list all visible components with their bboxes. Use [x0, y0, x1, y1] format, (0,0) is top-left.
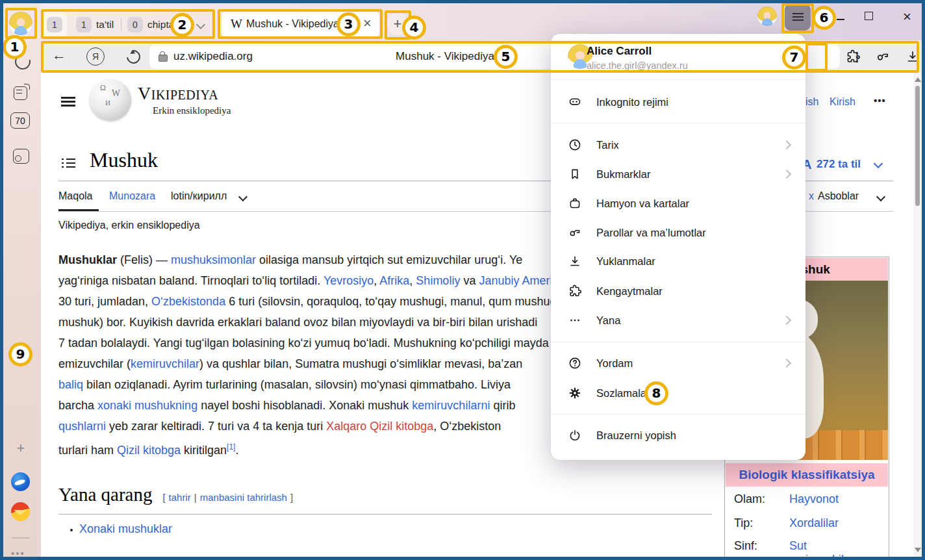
- callout-4: 4: [402, 16, 426, 40]
- menu-item-extensions[interactable]: Kengaytmalar: [551, 277, 805, 305]
- callout-9: 9: [8, 342, 32, 366]
- scroll-up-icon[interactable]: [915, 77, 921, 82]
- sidebar-add-icon[interactable]: [11, 437, 31, 459]
- gear-icon: [568, 386, 582, 400]
- chevron-right-icon: [782, 316, 791, 325]
- highlight-box-avatar: [5, 8, 37, 39]
- highlight-box-menu-button: [781, 3, 814, 33]
- wikipedia-globe-logo[interactable]: ΩWИ: [90, 79, 131, 121]
- power-icon: [568, 428, 582, 442]
- variant-chevron-down-icon[interactable]: [238, 192, 247, 201]
- wallet-icon: [568, 196, 582, 210]
- tab-tools[interactable]: Asboblar: [818, 190, 859, 202]
- menu-item-incognito[interactable]: Inkognito rejimi: [551, 88, 805, 116]
- yandex-mail-icon[interactable]: [11, 502, 30, 521]
- scroll-down-icon[interactable]: [915, 548, 921, 552]
- tools-partial[interactable]: x: [809, 190, 814, 202]
- edit-bracket: [: [162, 492, 165, 503]
- row-value-link[interactable]: Hayvonot: [789, 492, 839, 506]
- tab-variant[interactable]: lotin/кирилл: [171, 190, 227, 202]
- menu-item-help[interactable]: Yordam: [551, 349, 805, 377]
- chevron-right-icon: [782, 359, 791, 368]
- row-label: Olam:: [734, 492, 765, 505]
- wiki-menu-icon[interactable]: [61, 97, 75, 107]
- screenshot-icon[interactable]: [13, 149, 29, 164]
- infobox-row: Tip: Xordalilar: [734, 516, 753, 530]
- minimize-button[interactable]: [837, 19, 844, 20]
- language-count-link[interactable]: 272 ta til: [817, 158, 861, 171]
- infobox-section-header: Biologik klassifikatsiya: [726, 463, 888, 487]
- wiki-link[interactable]: Afrika: [379, 274, 409, 287]
- row-value-link[interactable]: Xordalilar: [789, 516, 839, 530]
- maximize-button[interactable]: [865, 12, 873, 20]
- see-also-item-link[interactable]: Xonaki mushuklar: [79, 522, 172, 536]
- wiki-logo-tagline: Erkin ensiklopediya: [153, 105, 231, 116]
- wiki-more-icon[interactable]: •••: [874, 95, 886, 106]
- edit-separator: |: [194, 492, 197, 503]
- edit-source-link[interactable]: manbasini tahrirlash: [200, 492, 287, 503]
- menu-item-wallet[interactable]: Hamyon va kartalar: [551, 189, 805, 218]
- callout-7: 7: [782, 45, 806, 70]
- highlight-box-kebab: [805, 43, 828, 71]
- chevron-right-icon: [782, 170, 791, 179]
- wiki-link[interactable]: xonaki mushukning: [97, 399, 197, 412]
- mask-icon: [568, 95, 582, 109]
- browser-window: 70 ••• 1 1 ta'til 0 chipta W Mushuk - Vi…: [3, 3, 922, 557]
- sidebar-more-icon[interactable]: •••: [11, 548, 25, 557]
- toolbar-avatar[interactable]: [757, 6, 777, 26]
- list-bullet: [70, 529, 73, 531]
- sidebar-divider: [12, 537, 30, 539]
- yandex-disk-icon[interactable]: [11, 472, 30, 491]
- tab-article[interactable]: Maqola: [58, 190, 92, 202]
- scrollbar[interactable]: [913, 73, 922, 557]
- download-icon: [568, 254, 582, 268]
- edit-link[interactable]: tahrir: [169, 492, 191, 503]
- see-also-heading-row: Yana qarang [ tahrir | manbasini tahrirl…: [58, 484, 293, 505]
- scrollbar-thumb[interactable]: [915, 86, 920, 206]
- edit-bracket-close: ]: [290, 492, 293, 503]
- key-icon: [568, 225, 582, 240]
- active-tab-underline: [58, 209, 99, 211]
- wiki-signup-link-partial[interactable]: ish: [805, 96, 818, 108]
- callout-8: 8: [644, 381, 668, 405]
- article-subtitle: Vikipediya, erkin ensiklopediya: [58, 220, 200, 231]
- row-value-link[interactable]: Sut emizuvchilar: [789, 539, 854, 557]
- clock-icon: [568, 138, 582, 152]
- language-chevron-down-icon[interactable]: [874, 159, 883, 168]
- menu-item-more[interactable]: Yana: [551, 306, 805, 335]
- menu-item-downloads[interactable]: Yuklanmalar: [551, 247, 805, 275]
- infobox-row: Sinf: Sut emizuvchilar: [734, 539, 757, 553]
- help-icon: [568, 356, 582, 370]
- menu-item-close-browser[interactable]: Brauzerni yopish: [551, 421, 805, 450]
- wiki-login-link[interactable]: Kirish: [830, 96, 855, 108]
- menu-item-history[interactable]: Tarix: [551, 131, 805, 159]
- wiki-link[interactable]: Xalqaro Qizil kitobga: [326, 420, 433, 433]
- see-also-divider: [58, 514, 712, 515]
- contents-list-icon[interactable]: [62, 158, 75, 169]
- wiki-link[interactable]: mushuksimonlar: [171, 253, 256, 266]
- wiki-link[interactable]: baliq: [58, 378, 83, 391]
- notes-icon[interactable]: [14, 86, 27, 100]
- wiki-link[interactable]: kemiruvchilar: [131, 357, 199, 370]
- callout-1: 1: [3, 35, 27, 59]
- wiki-link[interactable]: [1]: [227, 442, 235, 452]
- menu-item-bookmarks[interactable]: Bukmarklar: [551, 160, 805, 188]
- menu-item-passwords[interactable]: Parollar va ma’lumotlar: [551, 218, 805, 247]
- wiki-link[interactable]: kemiruvchilarni: [412, 399, 490, 412]
- tab-talk[interactable]: Munozara: [109, 190, 155, 202]
- tools-chevron-down-icon[interactable]: [876, 192, 885, 201]
- wiki-link[interactable]: O‘zbekistonda: [151, 295, 225, 308]
- wiki-link[interactable]: Shimoliy: [416, 274, 460, 287]
- callout-3: 3: [336, 12, 361, 36]
- callout-5: 5: [494, 45, 518, 69]
- menu-item-settings[interactable]: Sozlamalar: [551, 379, 805, 407]
- ellipsis-icon: [568, 313, 582, 327]
- close-button[interactable]: [903, 8, 911, 25]
- wiki-link[interactable]: Yevrosiyo: [323, 274, 374, 287]
- wiki-logo-title[interactable]: Vikipediya: [138, 83, 218, 104]
- callout-2: 2: [170, 13, 194, 37]
- tab-counter-badge[interactable]: 70: [10, 112, 30, 129]
- wiki-link[interactable]: Qizil kitobga: [117, 444, 181, 457]
- puzzle-icon: [568, 284, 582, 298]
- wiki-link[interactable]: qushlarni: [58, 420, 106, 433]
